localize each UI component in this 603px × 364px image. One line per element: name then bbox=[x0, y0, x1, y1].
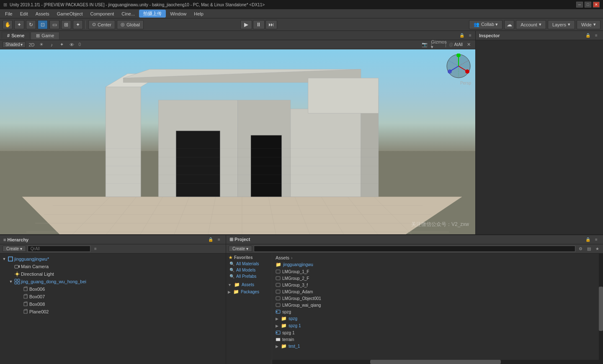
scene-tab[interactable]: # Scene bbox=[2, 32, 30, 39]
project-search-input[interactable] bbox=[254, 246, 575, 252]
audio-toggle[interactable]: ♪ bbox=[47, 41, 56, 49]
scene-lock-icon[interactable]: 🔒 bbox=[459, 32, 465, 39]
project-filter-icon[interactable]: ▤ bbox=[585, 246, 592, 252]
fav-all-prefabs[interactable]: 🔍 All Prefabs bbox=[226, 273, 272, 279]
transform-tool[interactable]: ⊞ bbox=[61, 20, 71, 29]
asset-spzg1-folder[interactable]: ▶ 📁 spzg 1 bbox=[272, 322, 603, 329]
plane002-icon bbox=[23, 309, 28, 315]
camera-settings[interactable]: 📷 bbox=[420, 41, 429, 49]
assets-scrollbar-track[interactable] bbox=[599, 254, 603, 364]
terrain-label: terrain bbox=[282, 337, 294, 342]
hierarchy-item-box006[interactable]: Box006 bbox=[0, 285, 226, 293]
asset-lmgroup-waiqiang[interactable]: LMGroup_wai_qiang bbox=[272, 302, 603, 308]
hierarchy-sort-icon[interactable]: ≡ bbox=[92, 246, 99, 252]
asset-jingguangjingwu[interactable]: 📁 jingguangjingwu bbox=[272, 261, 603, 268]
menu-gameobject[interactable]: GameObject bbox=[54, 10, 86, 17]
game-tab[interactable]: ⊞ Game bbox=[31, 32, 59, 39]
play-button[interactable]: ▶ bbox=[240, 20, 252, 29]
rotate-tool[interactable]: ↻ bbox=[26, 20, 36, 29]
hierarchy-item-group[interactable]: ▼ jing_guang_dong_wu_hong_bei bbox=[0, 278, 226, 285]
layout-button[interactable]: Wide ▾ bbox=[577, 20, 600, 29]
maximize-button[interactable]: □ bbox=[585, 2, 591, 8]
inspector-panel: Inspector 🔒 ≡ bbox=[475, 31, 603, 234]
fx-toggle[interactable]: ✦ bbox=[57, 41, 66, 49]
scene-3d-view[interactable]: Persp 关注微信公众号：V2_zxw bbox=[0, 49, 475, 234]
asset-test1-folder[interactable]: ▶ 📁 test_1 bbox=[272, 343, 603, 350]
gizmos-button[interactable]: Gizmos ▾ bbox=[435, 41, 443, 49]
menu-window[interactable]: Window bbox=[167, 10, 190, 17]
layers-button[interactable]: Layers ▾ bbox=[548, 20, 575, 29]
asset-lmgroup-adam[interactable]: LMGroup_Adam bbox=[272, 288, 603, 295]
hierarchy-item-light[interactable]: Directional Light bbox=[0, 270, 226, 278]
pause-button[interactable]: ⏸ bbox=[253, 20, 265, 29]
project-create-button[interactable]: Create ▾ bbox=[229, 246, 252, 252]
menu-help[interactable]: Help bbox=[191, 10, 207, 17]
hierarchy-search-input[interactable] bbox=[28, 246, 90, 252]
search-scene-button[interactable]: ✕ bbox=[464, 41, 473, 49]
assets-h-scrollbar-thumb[interactable] bbox=[370, 360, 501, 364]
asset-lmgroup-2f[interactable]: LMGroup_2_F bbox=[272, 275, 603, 282]
fav-all-materials[interactable]: 🔍 All Materials bbox=[226, 261, 272, 267]
hierarchy-item-box008[interactable]: Box008 bbox=[0, 300, 226, 308]
2d-button[interactable]: 2D bbox=[27, 41, 36, 49]
menu-cinemachine[interactable]: Cine... bbox=[118, 10, 138, 17]
project-panel: ⊞ Project 🔒 ≡ Create ▾ ⚙ ▤ ★ bbox=[226, 235, 603, 364]
hierarchy-menu-icon[interactable]: ≡ bbox=[216, 236, 222, 243]
step-button[interactable]: ⏭ bbox=[265, 20, 277, 29]
shading-dropdown[interactable]: Shaded ▾ bbox=[3, 41, 26, 48]
menu-file[interactable]: File bbox=[2, 10, 16, 17]
global-toggle[interactable]: ◎ Global bbox=[117, 20, 144, 29]
upload-button[interactable]: 拍摄上传 bbox=[139, 10, 166, 18]
hierarchy-create-button[interactable]: Create ▾ bbox=[3, 246, 26, 252]
hierarchy-item-root[interactable]: ▼ jingguangjingwu* bbox=[0, 255, 226, 263]
assets-h-scrollbar-track[interactable] bbox=[272, 360, 599, 364]
project-lock-icon[interactable]: 🔒 bbox=[585, 236, 591, 243]
asset-spzg-folder[interactable]: ▶ 📁 spzg bbox=[272, 315, 603, 322]
project-toolbar: Create ▾ ⚙ ▤ ★ bbox=[226, 244, 603, 254]
center-toggle[interactable]: ⊙ Center bbox=[88, 20, 115, 29]
asset-spzg1-small[interactable]: spzg 1 bbox=[272, 329, 603, 336]
hierarchy-item-camera[interactable]: Main Camera bbox=[0, 263, 226, 270]
inspector-lock-button[interactable]: 🔒 bbox=[585, 32, 591, 39]
project-assets-folder[interactable]: ▼ 📁 Assets bbox=[226, 281, 272, 288]
menu-component[interactable]: Component bbox=[87, 10, 117, 17]
scene-menu-icon[interactable]: ≡ bbox=[467, 32, 474, 39]
hand-tool[interactable]: ✋ bbox=[3, 20, 13, 29]
assets-scrollbar-thumb[interactable] bbox=[599, 287, 603, 331]
assets-folder-icon: 📁 bbox=[234, 282, 240, 287]
lighting-toggle[interactable]: ☀ bbox=[37, 41, 46, 49]
project-star-icon[interactable]: ★ bbox=[594, 246, 600, 252]
project-menu-icon[interactable]: ≡ bbox=[593, 236, 600, 243]
jingguangjingwu-folder-icon: 📁 bbox=[276, 262, 281, 267]
assets-label: Assets bbox=[276, 255, 289, 260]
project-settings-icon[interactable]: ⚙ bbox=[577, 246, 584, 252]
account-button[interactable]: Account ▾ bbox=[516, 20, 546, 29]
models-search-icon: 🔍 bbox=[229, 268, 234, 272]
hierarchy-item-plane002[interactable]: Plane002 bbox=[0, 308, 226, 315]
menu-edit[interactable]: Edit bbox=[17, 10, 31, 17]
fav-all-models[interactable]: 🔍 All Models bbox=[226, 267, 272, 273]
menu-assets[interactable]: Assets bbox=[32, 10, 53, 17]
hierarchy-lock-icon[interactable]: 🔒 bbox=[207, 236, 214, 243]
inspector-icons: 🔒 ≡ bbox=[585, 32, 600, 39]
asset-lmgroup-3f[interactable]: LMGroup_3_f bbox=[272, 282, 603, 288]
close-button[interactable]: ✕ bbox=[593, 2, 600, 8]
move-tool[interactable]: ✦ bbox=[14, 20, 24, 29]
scene-visibility-icon[interactable]: 👁 bbox=[67, 41, 76, 49]
asset-lmgroup-1f[interactable]: LMGroup_1_F bbox=[272, 268, 603, 275]
scale-tool[interactable]: ⊡ bbox=[38, 20, 48, 29]
asset-spzg-small[interactable]: spzg bbox=[272, 308, 603, 315]
inspector-menu-icon[interactable]: ≡ bbox=[593, 32, 600, 39]
rect-tool[interactable]: ▭ bbox=[49, 20, 59, 29]
custom-tool[interactable]: ✦ bbox=[73, 20, 83, 29]
project-packages-folder[interactable]: ▶ 📁 Packages bbox=[226, 288, 272, 295]
collab-button[interactable]: 👥 Collab ▾ bbox=[469, 20, 502, 29]
cloud-button[interactable]: ☁ bbox=[504, 20, 514, 29]
collab-label: Collab ▾ bbox=[481, 22, 498, 27]
scene-svg bbox=[0, 49, 475, 234]
minimize-button[interactable]: ─ bbox=[576, 2, 583, 8]
asset-lmgroup-obj001[interactable]: LMGroup_Object001 bbox=[272, 295, 603, 302]
hierarchy-item-box007[interactable]: Box007 bbox=[0, 293, 226, 300]
asset-terrain[interactable]: terrain bbox=[272, 336, 603, 343]
spzg1-folder-label: spzg 1 bbox=[289, 323, 301, 328]
